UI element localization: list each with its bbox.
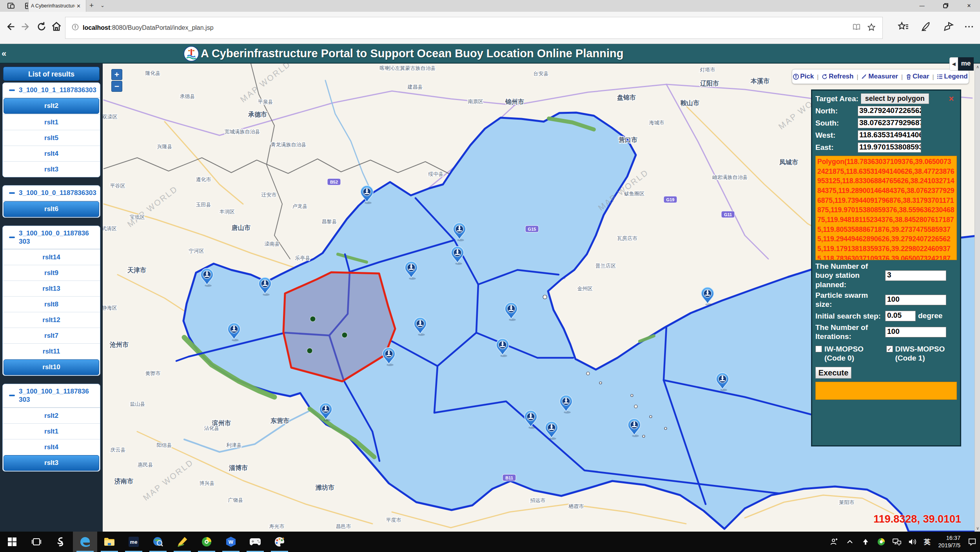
param-suffix: degree	[918, 312, 942, 320]
algorithm-checkbox[interactable]	[815, 346, 822, 352]
result-item[interactable]: rslt11	[3, 343, 100, 359]
result-item[interactable]: rslt2	[3, 408, 100, 423]
taskbar-me-app-icon[interactable]: me	[122, 532, 146, 552]
clear-tool[interactable]: Clear	[906, 73, 929, 80]
page-scrollbar[interactable]: ∧ ∨	[975, 64, 980, 532]
refresh-icon[interactable]	[36, 21, 48, 33]
legend-tool[interactable]: Legend	[937, 73, 967, 80]
more-options-icon[interactable]	[964, 21, 975, 33]
refresh-tool[interactable]: Refresh	[822, 73, 853, 80]
result-group-header[interactable]: 3_100_10_0_1187836303	[3, 186, 100, 200]
scroll-down-icon[interactable]: ∨	[975, 526, 980, 531]
sidebar-collapse-icon[interactable]: «	[2, 49, 6, 59]
param-input[interactable]: 100	[885, 295, 946, 305]
result-group-header[interactable]: 3_100_10_1_1187836303	[3, 83, 100, 98]
me-panel-tab[interactable]: ◀ me	[949, 57, 974, 71]
window-minimize-button[interactable]: —	[913, 0, 931, 12]
result-item[interactable]: rslt3	[3, 161, 100, 177]
forward-icon[interactable]	[20, 21, 32, 33]
result-item[interactable]: rslt4	[3, 439, 100, 455]
result-group-header[interactable]: 3_100_100_1_1187836303	[3, 384, 100, 408]
panel-close-icon[interactable]: ×	[949, 94, 954, 104]
taskbar-start-icon[interactable]	[0, 532, 24, 552]
window-restore-button[interactable]	[937, 0, 954, 12]
select-by-polygon-button[interactable]: select by polygon	[861, 93, 929, 104]
planned-station-dot[interactable]	[307, 348, 312, 353]
result-item[interactable]: rslt4	[3, 146, 100, 161]
tab-dropdown-icon[interactable]: ⌄	[100, 2, 105, 8]
result-item[interactable]: rslt10	[4, 359, 99, 375]
tab-close-icon[interactable]: ✕	[76, 3, 81, 9]
map-zoom-out-button[interactable]: −	[111, 81, 122, 92]
result-item[interactable]: rslt12	[3, 312, 100, 328]
bound-input[interactable]: 38.07623779296875	[858, 118, 921, 128]
action-center-icon[interactable]	[964, 532, 980, 552]
result-item[interactable]: rslt2	[4, 98, 99, 114]
tray-chevron-up-icon[interactable]	[842, 532, 858, 552]
param-input[interactable]: 100	[885, 327, 946, 337]
me-tab-label[interactable]: me	[958, 57, 974, 71]
tray-people-icon[interactable]	[826, 532, 842, 552]
favorite-star-icon[interactable]	[867, 23, 875, 33]
taskbar-game-icon[interactable]	[243, 532, 267, 552]
result-item[interactable]: rslt1	[3, 423, 100, 439]
collapse-minus-icon[interactable]	[9, 89, 15, 91]
ime-indicator[interactable]: 英	[920, 537, 935, 547]
result-item[interactable]: rslt13	[3, 281, 100, 296]
result-item[interactable]: rslt3	[4, 455, 99, 471]
planned-station-dot[interactable]	[310, 316, 316, 322]
site-info-icon[interactable]	[72, 24, 79, 32]
browser-tab[interactable]: A Cyberinfrastructure Portal to Support …	[28, 0, 86, 12]
annotate-icon[interactable]	[920, 21, 932, 33]
result-item[interactable]: rslt8	[3, 296, 100, 312]
scroll-up-icon[interactable]: ∧	[975, 64, 980, 69]
reading-view-icon[interactable]	[853, 24, 860, 32]
param-input[interactable]: 0.05	[885, 311, 916, 321]
map-zoom-in-button[interactable]: +	[111, 69, 122, 80]
result-item[interactable]: rslt7	[3, 328, 100, 343]
tray-ball360-icon[interactable]	[873, 532, 889, 552]
tray-volume-icon[interactable]	[905, 532, 920, 552]
taskbar-earth-icon[interactable]	[146, 532, 170, 552]
pick-tool[interactable]: Pick	[793, 73, 814, 80]
result-item[interactable]: rslt9	[3, 265, 100, 281]
window-close-button[interactable]: ✕	[960, 0, 978, 12]
collapse-minus-icon[interactable]	[9, 192, 15, 194]
collapse-minus-icon[interactable]	[9, 237, 15, 238]
result-item[interactable]: rslt6	[4, 201, 99, 217]
tray-eject-icon[interactable]	[858, 532, 873, 552]
algorithm-checkbox[interactable]: ✓	[886, 346, 893, 352]
param-input[interactable]: 3	[885, 270, 946, 281]
collapse-minus-icon[interactable]	[9, 395, 15, 396]
taskbar-clock[interactable]: 16:37 2019/7/5	[938, 534, 960, 549]
taskbar-palette-icon[interactable]	[267, 532, 292, 552]
taskbar-edge-icon[interactable]	[73, 532, 97, 552]
taskbar-picture-tool-icon[interactable]	[170, 532, 194, 552]
hub-favorites-icon[interactable]	[898, 21, 909, 33]
execute-button[interactable]: Execute	[815, 367, 851, 379]
tray-network-icon[interactable]	[889, 532, 905, 552]
result-group-header[interactable]: 3_100_100_0_1187836303	[3, 226, 100, 250]
home-icon[interactable]	[51, 21, 63, 33]
bound-input[interactable]: 118.63531494140626	[858, 130, 921, 140]
map-area[interactable]: MAP WORLDMAP WORLDMAP WORLDMAP WORLDMAP …	[103, 64, 980, 532]
taskbar-wps-icon[interactable]: W	[219, 532, 243, 552]
result-item[interactable]: rslt1	[3, 114, 100, 130]
new-tab-button[interactable]: +	[89, 1, 94, 10]
taskbar-taskview-icon[interactable]	[24, 532, 49, 552]
taskbar-explorer-icon[interactable]	[97, 532, 122, 552]
taskbar-search-s-icon[interactable]	[49, 532, 73, 552]
taskbar-safe360-icon[interactable]	[194, 532, 219, 552]
bound-input[interactable]: 119.97015380859376	[858, 142, 921, 153]
result-item[interactable]: rslt5	[3, 130, 100, 146]
clock-time: 16:37	[938, 534, 960, 542]
tab-preview-icon[interactable]	[7, 2, 16, 10]
planned-station-dot[interactable]	[342, 332, 347, 338]
bound-input[interactable]: 39.27924072265625	[858, 106, 921, 116]
result-item[interactable]: rslt14	[3, 249, 100, 265]
share-icon[interactable]	[943, 21, 955, 33]
panel-expand-icon[interactable]: ◀	[949, 57, 958, 71]
back-icon[interactable]	[5, 21, 16, 33]
url-bar[interactable]: localhost:8080/BuoyDataPortal/index_plan…	[65, 17, 883, 39]
measurer-tool[interactable]: Measurer	[861, 73, 898, 80]
